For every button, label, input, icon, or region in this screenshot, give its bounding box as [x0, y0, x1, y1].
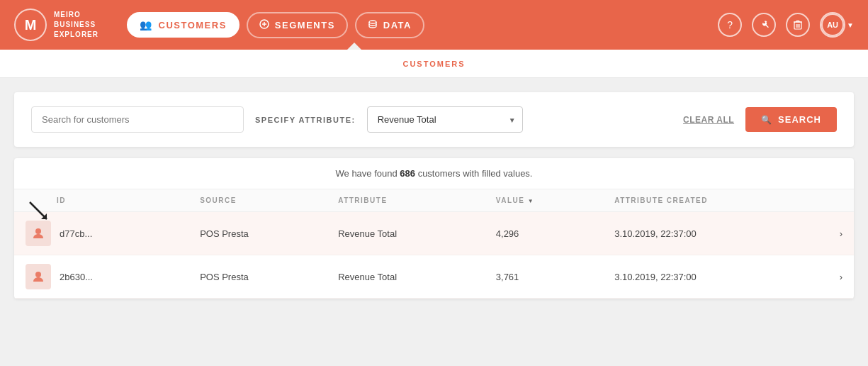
cell-source: POS Presta [188, 255, 327, 299]
cell-attribute-created: 3.10.2019, 22:37:00 [603, 212, 828, 255]
avatar-wrapper[interactable]: AU ▼ [820, 12, 854, 38]
header: M MEIRO BUSINESS EXPLORER 👥 CUSTOMERS SE… [0, 0, 868, 50]
table-row[interactable]: d77cb... POS Presta Revenue Total 4,296 … [14, 212, 854, 255]
col-source: SOURCE [188, 189, 327, 212]
cell-attribute-created: 3.10.2019, 22:37:00 [603, 255, 828, 299]
nav-items: 👥 CUSTOMERS SEGMENTS DATA [127, 12, 718, 38]
cell-id: 2b630... [14, 255, 188, 299]
customers-icon: 👥 [140, 19, 153, 30]
search-input-wrapper [31, 106, 244, 133]
cell-attribute: Revenue Total [327, 212, 485, 255]
results-summary: We have found 686 customers with filled … [14, 158, 854, 189]
search-btn-icon: 🔍 [761, 115, 772, 125]
cell-value: 4,296 [485, 212, 603, 255]
logo-area[interactable]: M MEIRO BUSINESS EXPLORER [14, 9, 98, 41]
search-input[interactable] [31, 106, 244, 133]
nav-item-data[interactable]: DATA [355, 12, 424, 38]
col-action [828, 189, 854, 212]
results-tbody: d77cb... POS Presta Revenue Total 4,296 … [14, 212, 854, 299]
diagonal-arrow-icon [27, 199, 52, 225]
specify-label: SPECIFY ATTRIBUTE: [255, 116, 356, 124]
attribute-select-wrapper: Revenue Total ▼ [367, 106, 523, 133]
search-card: SPECIFY ATTRIBUTE: Revenue Total ▼ CLEAR… [14, 92, 854, 147]
segments-icon [259, 19, 269, 31]
logo-text: MEIRO BUSINESS EXPLORER [54, 10, 98, 40]
clear-all-button[interactable]: CLEAR ALL [683, 115, 734, 125]
wrench-icon [759, 20, 769, 30]
breadcrumb-bar: CUSTOMERS [0, 50, 868, 78]
nav-pointer [347, 43, 361, 50]
svg-point-13 [35, 272, 41, 277]
results-count: 686 [400, 168, 415, 179]
svg-point-1 [369, 21, 376, 23]
svg-point-12 [35, 228, 41, 234]
nav-item-segments[interactable]: SEGMENTS [247, 12, 348, 38]
customer-avatar [26, 264, 51, 289]
search-button[interactable]: 🔍 SEARCH [745, 107, 837, 132]
table-area: ID SOURCE ATTRIBUTE VALUE ▼ ATTRIBUTE CR… [14, 189, 854, 299]
trash-icon [794, 20, 802, 30]
col-value[interactable]: VALUE ▼ [485, 189, 603, 212]
table-header: ID SOURCE ATTRIBUTE VALUE ▼ ATTRIBUTE CR… [14, 189, 854, 212]
col-attribute: ATTRIBUTE [327, 189, 485, 212]
avatar-button[interactable]: AU [820, 12, 845, 38]
results-card: We have found 686 customers with filled … [14, 158, 854, 299]
header-right: ? AU ▼ [718, 12, 854, 38]
search-row: SPECIFY ATTRIBUTE: Revenue Total ▼ CLEAR… [31, 106, 837, 133]
data-icon [368, 19, 378, 31]
col-attribute-created: ATTRIBUTE CREATED [603, 189, 828, 212]
delete-button[interactable] [786, 13, 810, 37]
customer-id: 2b630... [60, 272, 93, 282]
avatar-caret: ▼ [847, 21, 854, 29]
main-content: SPECIFY ATTRIBUTE: Revenue Total ▼ CLEAR… [0, 78, 868, 313]
cell-value: 3,761 [485, 255, 603, 299]
cell-source: POS Presta [188, 212, 327, 255]
logo-icon: M [14, 9, 47, 41]
help-button[interactable]: ? [718, 13, 742, 37]
cell-attribute: Revenue Total [327, 255, 485, 299]
breadcrumb: CUSTOMERS [402, 60, 465, 68]
results-table: ID SOURCE ATTRIBUTE VALUE ▼ ATTRIBUTE CR… [14, 189, 854, 299]
nav-item-customers[interactable]: 👥 CUSTOMERS [127, 12, 239, 38]
table-row[interactable]: 2b630... POS Presta Revenue Total 3,761 … [14, 255, 854, 299]
sort-icon: ▼ [528, 198, 534, 204]
cell-arrow[interactable]: › [828, 255, 854, 299]
settings-button[interactable] [752, 13, 776, 37]
cell-arrow[interactable]: › [828, 212, 854, 255]
attribute-select[interactable]: Revenue Total [367, 106, 523, 133]
customer-id: d77cb... [60, 228, 92, 239]
arrow-decoration [27, 199, 52, 228]
